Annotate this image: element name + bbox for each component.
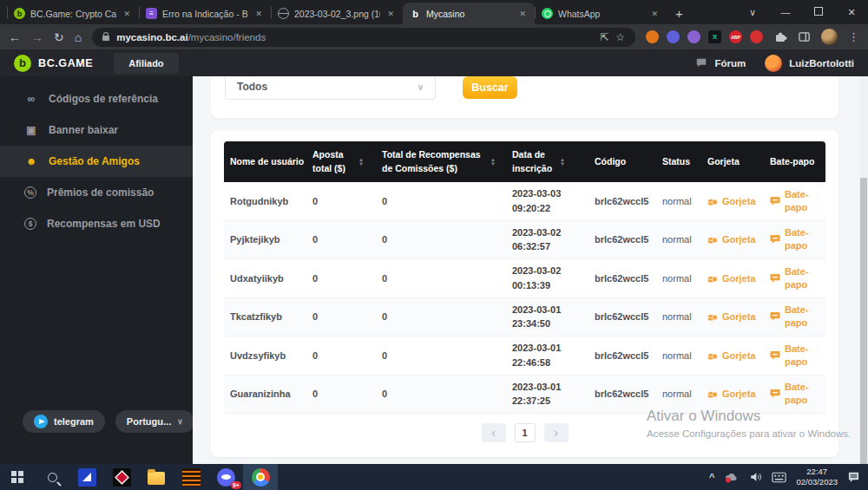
sidebar-item[interactable]: $ Recompensas em USD: [0, 208, 193, 239]
sidebar-item-label: Códigos de referência: [49, 93, 158, 105]
tray-date: 02/03/2023: [796, 477, 838, 487]
chat-link[interactable]: Bate-papo: [764, 188, 825, 214]
sidebar-item[interactable]: ▣ Banner baixar: [0, 114, 193, 146]
extension-icon[interactable]: X: [708, 30, 721, 43]
new-tab-button[interactable]: +: [667, 6, 692, 24]
sidebar-item-icon: %: [24, 186, 36, 199]
extensions-puzzle-icon[interactable]: [773, 30, 787, 44]
address-bar[interactable]: mycasino.bc.ai/mycasino/friends ⇱ ☆: [92, 28, 635, 47]
taskbar-app-logs[interactable]: [174, 464, 208, 490]
username[interactable]: LuizBortolotti: [789, 58, 854, 69]
taskbar-app-amd[interactable]: [69, 464, 104, 490]
extension-icon[interactable]: ABP: [729, 30, 742, 43]
chat-link[interactable]: Bate-papo: [764, 226, 825, 252]
tab-close-icon[interactable]: ✕: [517, 8, 528, 20]
tip-link[interactable]: Gorjeta: [701, 350, 764, 361]
cell-bet-total: 0: [306, 389, 376, 399]
tab-close-icon[interactable]: ✕: [253, 8, 264, 20]
sidebar-item-icon: $: [24, 218, 36, 230]
sidebar-item[interactable]: % Prêmios de comissão: [0, 177, 193, 208]
cell-bet-total: 0: [306, 234, 376, 245]
file-explorer-icon: [148, 472, 165, 485]
window-controls: ∨ — ✕: [736, 0, 868, 24]
taskbar-app-chrome[interactable]: [243, 464, 278, 490]
browser-tab[interactable]: Erro na Indicação - BC.Game ✕: [139, 3, 271, 24]
chat-link[interactable]: Bate-papo: [764, 381, 825, 407]
filter-card: Todos ∨ Buscar: [211, 76, 838, 118]
col-rewards[interactable]: Total de Recompensas de Comissões ($)▲▼: [376, 148, 506, 174]
forum-link[interactable]: Fórum: [714, 58, 746, 69]
browser-profile-avatar[interactable]: [821, 29, 838, 45]
taskbar-clock[interactable]: 22:47 02/03/2023: [796, 467, 838, 487]
side-panel-icon[interactable]: [798, 30, 811, 43]
sidebar-item-icon: ☻: [24, 155, 38, 167]
taskbar-app-game[interactable]: [104, 464, 139, 490]
tray-expand-icon[interactable]: ^: [709, 472, 714, 482]
keyboard-icon[interactable]: [772, 472, 786, 483]
chat-link[interactable]: Bate-papo: [764, 343, 825, 369]
cell-status: normal: [656, 196, 701, 206]
forward-button[interactable]: →: [31, 31, 43, 43]
share-icon[interactable]: ⇱: [600, 31, 608, 43]
search-button[interactable]: Buscar: [463, 76, 517, 99]
sidebar-item[interactable]: ∞ Códigos de referência: [0, 83, 193, 114]
tip-link[interactable]: Gorjeta: [701, 311, 764, 322]
window-minimize-button[interactable]: —: [769, 7, 802, 17]
extension-icon[interactable]: [667, 30, 680, 43]
bcgame-logo-icon[interactable]: b: [14, 55, 31, 72]
tab-search-icon[interactable]: ∨: [736, 7, 769, 18]
cell-status: normal: [656, 311, 701, 322]
tip-link[interactable]: Gorjeta: [701, 234, 764, 245]
url-host: mycasino.bc.ai: [116, 32, 187, 42]
cell-code: brlc62wccl5: [589, 389, 656, 399]
tab-close-icon[interactable]: ✕: [122, 8, 132, 20]
next-page-button[interactable]: ›: [544, 423, 569, 442]
chat-bubble-icon: [770, 350, 780, 361]
extension-icon[interactable]: [646, 30, 659, 43]
tab-close-icon[interactable]: ✕: [649, 8, 660, 20]
prev-page-button[interactable]: ‹: [482, 423, 506, 442]
chat-link[interactable]: Bate-papo: [764, 265, 825, 291]
browser-tab[interactable]: 2023-03-02_3.png (1024×76 ✕: [271, 3, 403, 24]
friend-type-select[interactable]: Todos ∨: [225, 76, 436, 100]
chat-bubble-icon: [770, 234, 780, 245]
chat-link[interactable]: Bate-papo: [764, 304, 825, 330]
tip-link[interactable]: Gorjeta: [701, 389, 764, 399]
tab-favicon-icon: [14, 8, 25, 19]
bookmark-star-icon[interactable]: ☆: [615, 31, 625, 43]
onedrive-icon[interactable]: [724, 471, 740, 483]
volume-icon[interactable]: [749, 471, 762, 483]
language-selector[interactable]: Portugu... ∨: [115, 410, 194, 433]
cell-code: brlc62wccl5: [589, 311, 656, 322]
col-signup-date[interactable]: Data de inscrição▲▼: [506, 148, 589, 174]
back-button[interactable]: ←: [9, 31, 21, 43]
tip-link[interactable]: Gorjeta: [701, 273, 764, 284]
home-button[interactable]: ⌂: [75, 31, 82, 43]
site-logo-text[interactable]: BC.GAME: [38, 57, 93, 69]
extension-icon[interactable]: [750, 30, 763, 43]
affiliate-nav-button[interactable]: Afiliado: [114, 53, 178, 74]
sidebar-item[interactable]: ☻ Gestão de Amigos: [0, 146, 193, 177]
page-scrollbar[interactable]: [859, 76, 868, 464]
taskbar-app-discord[interactable]: 9+: [208, 464, 243, 490]
action-center-icon[interactable]: [847, 471, 860, 483]
current-page-button[interactable]: 1: [515, 423, 536, 442]
window-close-button[interactable]: ✕: [835, 7, 868, 18]
col-bet-total[interactable]: Aposta total ($)▲▼: [306, 148, 376, 174]
browser-menu-icon[interactable]: ⋮: [848, 30, 859, 43]
browser-tab[interactable]: WhatsApp ✕: [535, 3, 667, 24]
taskbar-search-button[interactable]: [35, 464, 69, 490]
reload-button[interactable]: ↻: [54, 31, 64, 43]
tip-link[interactable]: Gorjeta: [701, 196, 764, 206]
browser-tab[interactable]: BC.Game: Crypto Casino Gam ✕: [7, 3, 139, 24]
user-avatar[interactable]: [765, 55, 782, 72]
select-chevron-icon: ∨: [418, 82, 424, 92]
extension-icon[interactable]: [687, 30, 700, 43]
telegram-button[interactable]: telegram: [23, 410, 105, 433]
taskbar-app-explorer[interactable]: [139, 464, 174, 490]
tab-close-icon[interactable]: ✕: [385, 8, 396, 20]
start-button[interactable]: [0, 464, 35, 490]
scrollbar-thumb[interactable]: [860, 178, 867, 464]
window-maximize-button[interactable]: [802, 7, 835, 17]
browser-tab[interactable]: Mycasino ✕: [403, 3, 535, 24]
